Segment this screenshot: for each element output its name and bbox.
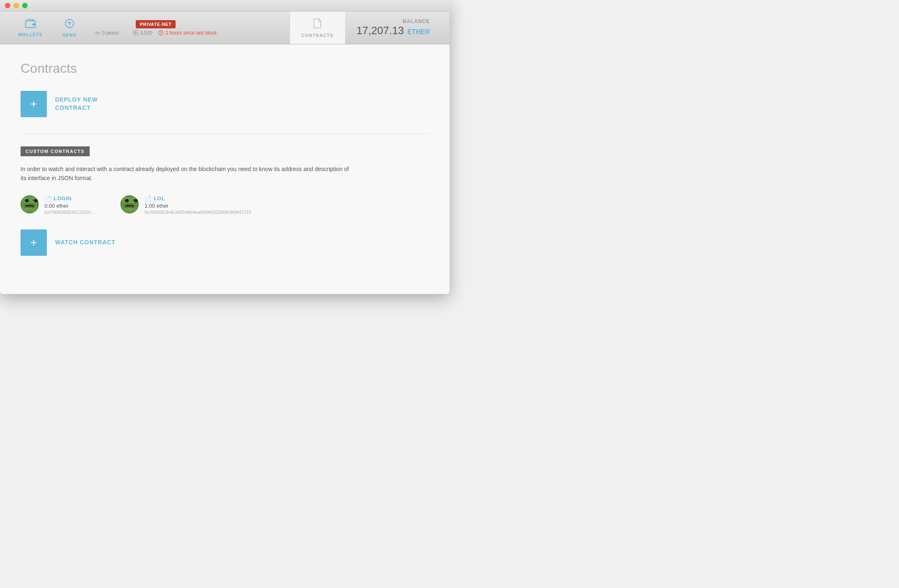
last-block-text: 2 hours since last block — [165, 30, 217, 36]
svg-rect-22 — [30, 208, 32, 208]
deploy-label: DEPLOY NEW CONTRACT — [55, 96, 98, 112]
app-header: WALLETS SEND PRIVATE-NET 0 peers | 3,520 — [0, 12, 450, 44]
send-label: SEND — [63, 32, 77, 37]
svg-rect-40 — [126, 204, 133, 206]
svg-rect-1 — [32, 23, 35, 25]
contract-name-lol: 📄 LOL — [144, 195, 251, 202]
wallets-icon — [25, 19, 36, 30]
svg-rect-30 — [125, 199, 126, 201]
svg-rect-37 — [130, 208, 132, 208]
contract-balance-lol: 1.00 ether — [144, 203, 251, 209]
balance-amount: 17,207.13 — [357, 24, 404, 37]
contract-avatar-login — [21, 195, 39, 213]
peers-status: 0 peers — [95, 30, 118, 36]
custom-contracts-header: CUSTOM CONTRACTS — [21, 146, 90, 156]
balance-currency: ETHER — [408, 28, 430, 35]
custom-contracts-description: In order to watch and interact with a co… — [21, 164, 350, 183]
peers-count: 0 peers — [102, 30, 118, 36]
contract-item-login[interactable]: 📄 LOGIN 0.00 ether 0xf7B06365E9012592c… — [21, 195, 96, 215]
svg-rect-28 — [124, 199, 127, 202]
send-icon — [65, 19, 74, 31]
close-button[interactable] — [5, 3, 10, 8]
svg-rect-17 — [25, 200, 26, 201]
svg-rect-4 — [133, 30, 135, 32]
divider: | — [125, 30, 126, 36]
nav-contracts[interactable]: CONTRACTS — [290, 12, 345, 44]
doc-icon-lol: 📄 — [144, 195, 152, 202]
avatar-pixel-login — [21, 195, 39, 213]
deploy-contract-card[interactable]: + DEPLOY NEW CONTRACT — [21, 91, 429, 117]
blocks-status: 3,520 — [133, 30, 152, 36]
contract-avatar-lol — [120, 195, 139, 213]
header-status: PRIVATE-NET 0 peers | 3,520 2 hours sinc… — [95, 20, 217, 36]
svg-rect-23 — [23, 203, 25, 207]
watch-plus-button[interactable]: + — [21, 229, 47, 256]
svg-rect-36 — [128, 208, 130, 208]
network-badge: PRIVATE-NET — [136, 20, 176, 28]
svg-point-10 — [161, 33, 162, 34]
page-title: Contracts — [21, 61, 429, 76]
deploy-plus-icon: + — [30, 97, 37, 111]
svg-rect-33 — [134, 200, 134, 201]
svg-rect-5 — [136, 30, 138, 32]
main-content: Contracts + DEPLOY NEW CONTRACT CUSTOM C… — [0, 44, 450, 294]
svg-rect-24 — [34, 203, 36, 207]
svg-rect-21 — [28, 208, 30, 208]
nav-send[interactable]: SEND — [53, 15, 87, 41]
contracts-list: 📄 LOGIN 0.00 ether 0xf7B06365E9012592c… — [21, 195, 429, 215]
contract-address-login: 0xf7B06365E9012592c… — [44, 210, 96, 215]
svg-rect-18 — [34, 200, 35, 201]
contract-info-login: 📄 LOGIN 0.00 ether 0xf7B06365E9012592c… — [44, 195, 96, 215]
contract-balance-login: 0.00 ether — [44, 203, 96, 209]
svg-rect-25 — [26, 204, 33, 206]
deploy-plus-button[interactable]: + — [21, 91, 47, 117]
svg-rect-7 — [136, 33, 138, 35]
maximize-button[interactable] — [22, 3, 28, 8]
contracts-nav-label: CONTRACTS — [301, 33, 334, 38]
svg-rect-6 — [133, 33, 135, 35]
minimize-button[interactable] — [14, 3, 19, 8]
avatar-pixel-lol — [120, 195, 139, 213]
balance-label: BALANCE — [357, 19, 430, 24]
balance-section: BALANCE 17,207.13 ETHER — [345, 19, 441, 37]
svg-rect-15 — [25, 199, 26, 201]
contracts-icon — [313, 18, 322, 31]
svg-rect-35 — [125, 208, 127, 208]
watch-plus-icon: + — [30, 236, 37, 249]
wallets-label: WALLETS — [18, 32, 43, 37]
doc-icon-login: 📄 — [44, 195, 52, 202]
svg-rect-39 — [134, 203, 136, 207]
svg-rect-13 — [24, 199, 27, 202]
titlebar — [0, 0, 450, 12]
balance-display: 17,207.13 ETHER — [357, 24, 430, 37]
watch-contract-card[interactable]: + WATCH CONTRACT — [21, 229, 429, 256]
svg-point-3 — [97, 33, 98, 35]
last-block-status: 2 hours since last block — [158, 30, 217, 36]
nav-wallets[interactable]: WALLETS — [8, 16, 53, 40]
blocks-count: 3,520 — [140, 30, 152, 36]
contract-info-lol: 📄 LOL 1.00 ether 0x2059d5264Ea6554bb4ea6… — [144, 195, 251, 215]
svg-rect-38 — [123, 203, 125, 207]
svg-rect-32 — [125, 200, 126, 201]
section-divider — [21, 134, 429, 134]
svg-rect-20 — [25, 208, 27, 208]
contract-address-lol: 0x2059d5264Ea6554bb4ea669A032Df08cB0A472… — [144, 210, 251, 215]
contract-item-lol[interactable]: 📄 LOL 1.00 ether 0x2059d5264Ea6554bb4ea6… — [120, 195, 251, 215]
contract-name-login: 📄 LOGIN — [44, 195, 96, 202]
status-row: 0 peers | 3,520 2 hours since last block — [95, 30, 217, 36]
watch-label: WATCH CONTRACT — [55, 238, 116, 247]
